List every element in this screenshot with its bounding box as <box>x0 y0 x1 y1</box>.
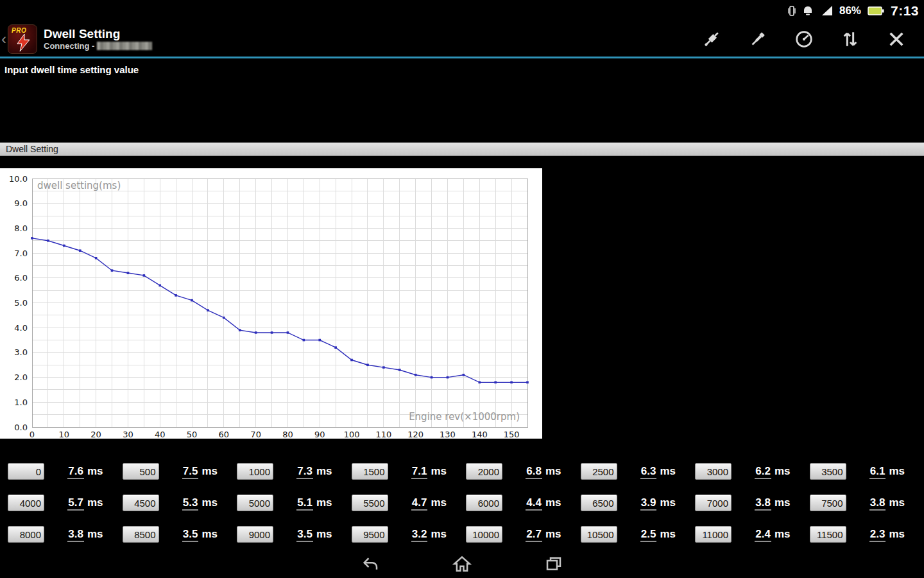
rpm-field[interactable]: 4000 <box>8 495 44 511</box>
dwell-ms-field[interactable]: 7.6ms <box>44 465 123 478</box>
dwell-ms-unit: ms <box>545 465 561 477</box>
back-chevron[interactable]: ‹ <box>1 31 6 47</box>
device-name-redacted <box>97 42 152 50</box>
svg-text:150: 150 <box>504 430 520 439</box>
tune-icon[interactable] <box>838 27 862 51</box>
close-icon[interactable] <box>884 27 909 51</box>
dwell-ms-field[interactable]: 2.7ms <box>502 528 581 541</box>
dwell-ms-unit: ms <box>545 528 561 540</box>
dwell-ms-field[interactable]: 3.9ms <box>617 496 696 509</box>
dwell-ms-field[interactable]: 3.5ms <box>159 528 237 541</box>
dwell-point-cell: 40005.7ms <box>8 495 123 511</box>
dwell-ms-field[interactable]: 7.5ms <box>159 465 237 478</box>
dwell-ms-field[interactable]: 2.5ms <box>617 528 696 541</box>
dwell-ms-number: 3.8 <box>67 528 84 542</box>
dwell-ms-field[interactable]: 6.1ms <box>846 465 924 478</box>
rpm-field[interactable]: 10500 <box>581 526 617 543</box>
dwell-ms-field[interactable]: 4.7ms <box>388 496 466 509</box>
chart-panel: 01020304050607080901001101201301401500.0… <box>0 168 542 439</box>
dwell-ms-unit: ms <box>660 465 676 477</box>
dwell-point-cell: 25006.3ms <box>581 463 696 480</box>
app-icon[interactable]: PRO <box>8 24 37 54</box>
rpm-field[interactable]: 5500 <box>352 495 388 511</box>
rpm-field[interactable]: 11000 <box>695 526 732 543</box>
dwell-chart[interactable]: 01020304050607080901001101201301401500.0… <box>0 168 542 439</box>
dwell-ms-field[interactable]: 5.1ms <box>273 496 352 509</box>
rpm-field[interactable]: 1000 <box>237 463 273 480</box>
dwell-ms-field[interactable]: 5.7ms <box>44 496 123 509</box>
rpm-field[interactable]: 9500 <box>352 526 388 543</box>
svg-text:5.0: 5.0 <box>14 298 28 308</box>
dwell-ms-field[interactable]: 7.3ms <box>273 465 352 478</box>
rpm-field[interactable]: 1500 <box>352 463 388 480</box>
rpm-field[interactable]: 9000 <box>237 526 273 543</box>
dwell-ms-number: 2.3 <box>869 528 886 542</box>
rpm-field[interactable]: 3000 <box>695 463 732 480</box>
svg-text:80: 80 <box>282 430 293 439</box>
action-bar: ‹ PRO Dwell Setting Connecting - <box>0 21 924 58</box>
dwell-ms-number: 3.8 <box>869 496 886 511</box>
dwell-ms-field[interactable]: 5.3ms <box>159 496 237 509</box>
dwell-ms-field[interactable]: 6.3ms <box>617 465 696 478</box>
dwell-ms-field[interactable]: 3.8ms <box>732 496 810 509</box>
rpm-field[interactable]: 10000 <box>466 526 502 543</box>
dwell-point-cell: 115002.3ms <box>810 526 924 543</box>
svg-text:10: 10 <box>59 430 70 439</box>
recents-icon[interactable] <box>543 554 564 574</box>
svg-text:40: 40 <box>155 430 166 439</box>
dwell-point-cell: 45005.3ms <box>123 495 237 511</box>
dwell-ms-field[interactable]: 4.4ms <box>502 496 581 509</box>
rpm-field[interactable]: 2500 <box>581 463 617 480</box>
dwell-ms-number: 7.5 <box>182 465 199 479</box>
notification-icon <box>802 5 814 17</box>
dwell-ms-field[interactable]: 3.8ms <box>44 528 123 541</box>
rpm-field[interactable]: 8500 <box>123 526 159 543</box>
home-icon[interactable] <box>452 554 472 574</box>
back-icon[interactable] <box>360 554 381 574</box>
svg-text:50: 50 <box>187 430 198 439</box>
dwell-ms-field[interactable]: 6.2ms <box>732 465 810 478</box>
dwell-ms-field[interactable]: 2.4ms <box>732 528 810 541</box>
clock: 7:13 <box>891 3 919 19</box>
dwell-point-cell: 80003.8ms <box>8 526 123 543</box>
dwell-ms-unit: ms <box>545 496 561 509</box>
dwell-ms-unit: ms <box>87 496 103 509</box>
dwell-ms-field[interactable]: 3.5ms <box>273 528 352 541</box>
rpm-field[interactable]: 11500 <box>810 526 846 543</box>
dwell-ms-field[interactable]: 3.2ms <box>388 528 466 541</box>
gauge-icon[interactable] <box>792 27 816 51</box>
dwell-ms-field[interactable]: 7.1ms <box>388 465 466 478</box>
dwell-point-cell: 20006.8ms <box>466 463 581 480</box>
dwell-point-cell: 10007.3ms <box>237 463 352 480</box>
rpm-field[interactable]: 5000 <box>237 495 273 511</box>
rpm-field[interactable]: 7500 <box>810 495 846 511</box>
spark-plug-icon[interactable] <box>699 27 724 51</box>
dwell-point-cell: 85003.5ms <box>123 526 237 543</box>
rpm-field[interactable]: 6500 <box>581 495 617 511</box>
dwell-ms-unit: ms <box>660 528 676 540</box>
svg-text:9.0: 9.0 <box>14 198 28 208</box>
dwell-ms-number: 2.5 <box>640 528 657 542</box>
dwell-ms-unit: ms <box>889 528 905 540</box>
dwell-ms-number: 6.1 <box>869 465 886 479</box>
rpm-field[interactable]: 4500 <box>123 495 159 511</box>
injector-icon[interactable] <box>746 27 770 51</box>
rpm-field[interactable]: 8000 <box>8 526 44 543</box>
rpm-field[interactable]: 7000 <box>695 495 732 511</box>
dwell-ms-field[interactable]: 3.8ms <box>846 496 924 509</box>
dwell-ms-unit: ms <box>431 528 447 540</box>
dwell-ms-unit: ms <box>201 465 218 477</box>
section-header: Dwell Setting <box>0 143 924 156</box>
svg-text:8.0: 8.0 <box>14 223 28 233</box>
rpm-field[interactable]: 3500 <box>810 463 846 480</box>
dwell-ms-field[interactable]: 2.3ms <box>846 528 924 541</box>
dwell-ms-unit: ms <box>316 465 332 477</box>
rpm-field[interactable]: 500 <box>123 463 159 480</box>
rpm-field[interactable]: 6000 <box>466 495 502 511</box>
action-bar-icons <box>699 27 918 51</box>
svg-text:2.0: 2.0 <box>14 372 28 382</box>
rpm-field[interactable]: 0 <box>8 463 44 480</box>
dwell-ms-field[interactable]: 6.8ms <box>502 465 581 478</box>
instruction-text: Input dwell time setting value <box>0 58 924 75</box>
rpm-field[interactable]: 2000 <box>466 463 502 480</box>
